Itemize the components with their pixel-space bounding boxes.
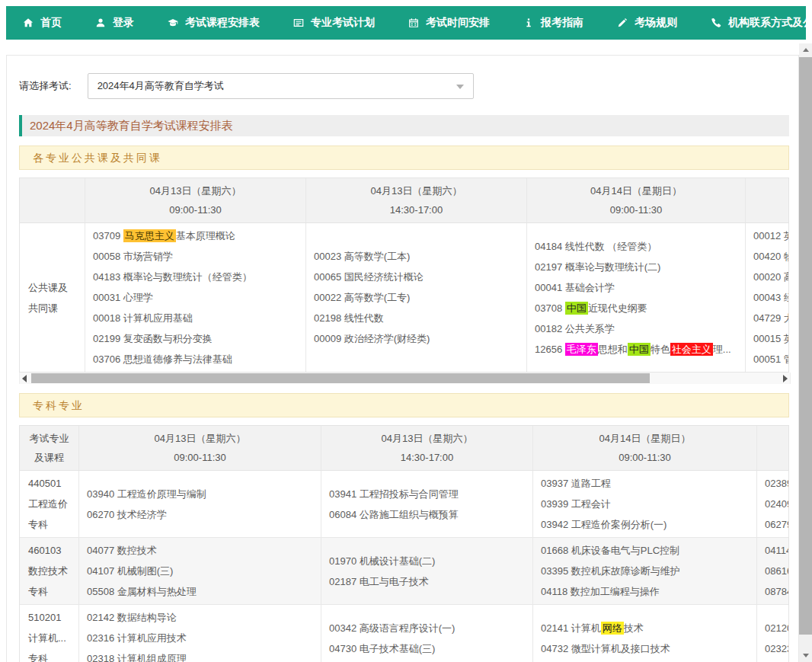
course-cell: 02120 数02323 操	[757, 605, 789, 662]
course-item: 04730 电子技术基础(三)	[329, 638, 528, 659]
home-icon	[23, 18, 34, 28]
course-item: 00020 高	[753, 267, 789, 287]
course-item: 02316 计算机应用技术	[87, 628, 316, 648]
course-item: 00182 公共关系学	[535, 318, 740, 339]
nav-application-guide-label: 报考指南	[541, 16, 583, 30]
course-item: 01668 机床设备电气与PLC控制	[541, 540, 752, 561]
course-item: 05508 金属材料与热处理	[87, 581, 316, 602]
course-table-0: 04月13日（星期六）09:00-11:3004月13日（星期六）14:30-1…	[19, 177, 789, 373]
table-row-0: 440501工程造价专科03940 工程造价原理与编制06270 技术经济学03…	[20, 471, 789, 538]
course-cell: 03709 马克思主义基本原理概论00058 市场营销学04183 概率论与数理…	[85, 223, 306, 372]
exam-selector-label: 请选择考试:	[19, 79, 72, 93]
nav-exam-room-rules[interactable]: 考场规则	[600, 6, 694, 40]
course-item: 00043 经	[753, 287, 789, 308]
highlighted-term: 马克思主义	[123, 229, 176, 242]
course-item: 03941 工程招投标与合同管理	[329, 484, 528, 504]
nav-exam-time-schedule[interactable]: 考试时间安排	[392, 6, 507, 40]
course-item: 02318 计算机组成原理	[87, 648, 316, 662]
course-item: 00018 计算机应用基础	[93, 308, 301, 328]
nav-exam-course-schedule-label: 考试课程安排表	[185, 16, 260, 30]
course-item: 00041 基础会计学	[535, 277, 740, 298]
course-item: 02120 数	[765, 618, 789, 638]
scroll-left-button[interactable]	[22, 375, 27, 382]
corner-cell: 考试专业及课程	[20, 426, 79, 470]
course-item: 03937 道路工程	[541, 473, 752, 494]
course-item: 03940 工程造价原理与编制	[87, 484, 316, 504]
course-item: 06270 技术经济学	[87, 504, 316, 525]
course-cell: 03940 工程造价原理与编制06270 技术经济学	[79, 471, 321, 537]
highlighted-term: 网络	[601, 622, 624, 635]
highlighted-term: 社会主义	[670, 343, 713, 356]
nav-application-guide[interactable]: 报考指南	[507, 6, 600, 40]
page-title: 2024年4月高等教育自学考试课程安排表	[19, 115, 789, 136]
horizontal-scrollbar[interactable]	[19, 373, 791, 384]
arrow-down-icon	[803, 654, 809, 657]
phone-icon	[711, 18, 721, 28]
nav-exam-course-schedule[interactable]: 考试课程安排表	[151, 6, 277, 40]
course-cell: 03937 道路工程03939 工程会计03942 工程造价案例分析(一)	[533, 471, 757, 537]
main-panel: 请选择考试: 2024年4月高等教育自学考试 2024年4月高等教育自学考试课程…	[6, 55, 799, 662]
vertical-scrollbar[interactable]	[799, 43, 812, 662]
table-row-1: 460103数控技术专科04077 数控技术04107 机械制图(三)05508…	[20, 538, 789, 605]
course-item: 00023 高等数学(工本)	[314, 246, 522, 267]
course-item: 12656 毛泽东思想和中国特色社会主义理...	[535, 339, 740, 360]
nav-major-exam-plan[interactable]: 专业考试计划	[277, 6, 392, 40]
course-item: 02323 操	[765, 638, 789, 659]
header-cell-3	[757, 426, 789, 470]
horizontal-scroll-thumb[interactable]	[31, 373, 650, 383]
course-cell: 03941 工程招投标与合同管理06084 公路施工组织与概预算	[321, 471, 533, 537]
nav-exam-room-rules-label: 考场规则	[635, 16, 677, 30]
scroll-down-button[interactable]	[799, 649, 812, 662]
header-cell-3	[746, 178, 789, 222]
nav-contact-announcement[interactable]: 机构联系方式及公告	[694, 6, 812, 40]
course-item: 00420 物	[753, 246, 789, 267]
course-cell: 02142 数据结构导论02316 计算机应用技术02318 计算机组成原理	[79, 605, 321, 662]
course-item: 03708 中国近现代史纲要	[535, 298, 740, 318]
table-header-row: 考试专业及课程04月13日（星期六）09:00-11:3004月13日（星期六）…	[20, 426, 789, 471]
arrow-up-icon	[803, 48, 809, 52]
course-item: 00051 管	[753, 349, 789, 369]
table-header-row: 04月13日（星期六）09:00-11:3004月13日（星期六）14:30-1…	[20, 178, 789, 223]
course-item: 04114 数	[765, 540, 789, 561]
course-item: 00022 高等数学(工专)	[314, 287, 522, 308]
course-item: 03709 马克思主义基本原理概论	[93, 225, 301, 246]
table-row-2: 510201计算机...专科02142 数据结构导论02316 计算机应用技术0…	[20, 605, 789, 662]
vertical-scroll-thumb[interactable]	[799, 57, 812, 635]
nav-exam-time-schedule-label: 考试时间安排	[426, 16, 490, 30]
row-label: 440501工程造价专科	[20, 471, 79, 537]
course-cell: 02141 计算机网络技术04732 微型计算机及接口技术	[533, 605, 757, 662]
newspaper-icon	[293, 18, 304, 28]
course-item: 00015 英	[753, 328, 789, 349]
course-cell: 01970 机械设计基础(二)02187 电工与电子技术	[321, 538, 533, 604]
header-cell-0: 04月13日（星期六）09:00-11:30	[79, 426, 321, 470]
course-item: 00342 高级语言程序设计(一)	[329, 618, 528, 638]
table-row-0: 公共课及共同课03709 马克思主义基本原理概论00058 市场营销学04183…	[20, 223, 789, 372]
graduation-cap-icon	[168, 18, 178, 28]
course-item: 04184 线性代数 （经管类）	[535, 236, 740, 257]
exam-select[interactable]: 2024年4月高等教育自学考试	[88, 73, 474, 99]
section-banner-0: 各专业公共课及共同课	[19, 146, 789, 170]
scroll-up-button[interactable]	[799, 43, 812, 56]
chevron-down-icon	[456, 85, 464, 89]
highlighted-term: 毛泽东	[565, 343, 598, 356]
header-cell-1: 04月13日（星期六）14:30-17:00	[306, 178, 527, 222]
course-item: 00065 国民经济统计概论	[314, 267, 522, 287]
pencil-icon	[617, 18, 628, 28]
course-cell: 00023 高等数学(工本)00065 国民经济统计概论00022 高等数学(工…	[306, 223, 527, 372]
course-cell: 00342 高级语言程序设计(一)04730 电子技术基础(三)	[321, 605, 533, 662]
nav-login[interactable]: 登录	[78, 6, 151, 40]
header-cell-2: 04月14日（星期日）09:00-11:30	[527, 178, 746, 222]
course-item: 01970 机械设计基础(二)	[329, 551, 528, 571]
course-item: 00058 市场营销学	[93, 246, 301, 267]
exam-selector-row: 请选择考试: 2024年4月高等教育自学考试	[19, 73, 789, 99]
nav-contact-announcement-label: 机构联系方式及公告	[728, 16, 812, 30]
scroll-right-button[interactable]	[783, 375, 788, 382]
course-item: 08616 公	[765, 561, 789, 581]
course-item: 02187 电工与电子技术	[329, 571, 528, 592]
course-item: 02198 线性代数	[314, 308, 522, 328]
nav-major-exam-plan-label: 专业考试计划	[311, 16, 375, 30]
course-item: 00012 英	[753, 225, 789, 246]
course-item: 02409 桥	[765, 494, 789, 514]
nav-home-label: 首页	[40, 16, 62, 30]
nav-home[interactable]: 首页	[6, 6, 78, 40]
